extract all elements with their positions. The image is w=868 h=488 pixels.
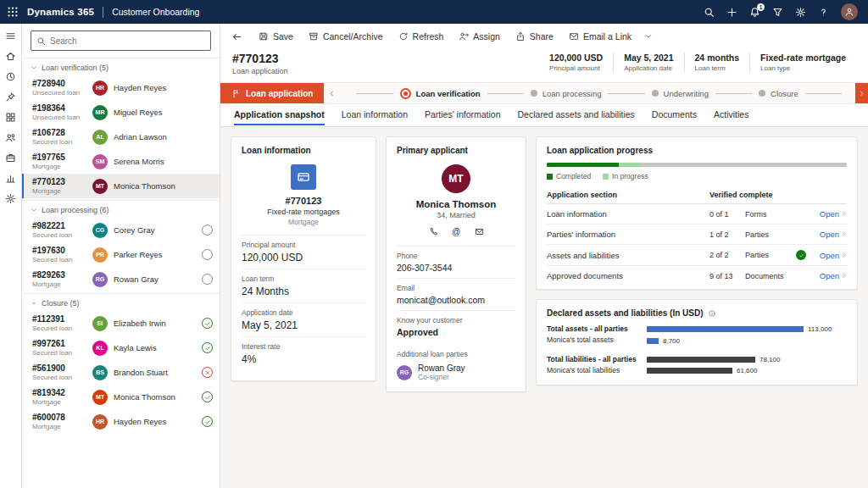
applicant-name: Elizabeth Irwin: [114, 319, 196, 328]
bpf-stage-loan-verification[interactable]: Loan verification: [400, 88, 481, 99]
field-label: Interest rate: [242, 342, 365, 351]
co-signer-row[interactable]: RG Rowan Gray Co-signer: [397, 363, 515, 381]
loan-type: Unsecured loan: [32, 114, 86, 121]
commandbar-overflow-button[interactable]: [639, 25, 658, 47]
tab-declared-assets-and-liabilities[interactable]: Declared assets and liabilities: [511, 105, 642, 125]
call-button[interactable]: [427, 225, 439, 237]
loan-record-id: #770123: [242, 196, 365, 206]
loan-list-item-106728[interactable]: #106728Secured loanALAdrian Lawson: [22, 125, 220, 149]
loan-list-item-819342[interactable]: #819342MortgageMTMonica Thomson: [22, 385, 220, 409]
rail-item-contacts[interactable]: [5, 132, 16, 143]
rail-item-recent[interactable]: [5, 71, 16, 82]
account-avatar[interactable]: [841, 3, 858, 20]
rail-item-reports[interactable]: [5, 173, 16, 184]
rail-item-home[interactable]: [5, 51, 16, 62]
email-button[interactable]: [473, 225, 485, 237]
bpf-next-stage-button[interactable]: [855, 83, 868, 103]
bpf-stage-label: Loan verification: [416, 89, 481, 98]
applicant-name: Hayden Reyes: [114, 83, 213, 92]
save-button[interactable]: Save: [251, 25, 301, 47]
open-link-label: Open: [820, 209, 839, 219]
refresh-button[interactable]: Refresh: [391, 25, 452, 47]
share-button[interactable]: Share: [508, 25, 561, 47]
avatar: SM: [92, 154, 108, 169]
loan-id-block: #198364Unsecured loan: [32, 103, 86, 121]
loan-list-item-600078[interactable]: #600078MortgageHRHayden Reyes: [22, 409, 220, 434]
status-approved-icon: [202, 391, 213, 402]
quick-create-button[interactable]: [726, 7, 737, 18]
loan-id-block: #112391Secured loan: [32, 314, 86, 332]
app-body: Loan verification (5)#728940Unsecured lo…: [0, 24, 868, 488]
applicant-name: Adrian Lawson: [114, 132, 213, 141]
field-label: Phone: [397, 252, 515, 260]
notifications-button[interactable]: 1: [749, 7, 760, 18]
search-button[interactable]: [704, 7, 715, 18]
help-button[interactable]: [818, 7, 829, 18]
info-icon: [708, 309, 716, 318]
chart-value-label: 8,700: [663, 337, 680, 345]
command-items: SaveCancel/ArchiveRefreshAssignShareEmai…: [251, 25, 639, 47]
open-link[interactable]: Open: [811, 209, 847, 219]
tab-activities[interactable]: Activities: [707, 105, 755, 125]
rail-item-applications[interactable]: [5, 152, 16, 164]
mention-button[interactable]: @: [450, 225, 462, 237]
open-link[interactable]: Open: [811, 230, 847, 239]
waffle-menu-button[interactable]: [7, 6, 19, 18]
filter-button[interactable]: [772, 7, 783, 18]
chevron-left-icon: [328, 90, 336, 97]
right-column: Loan application progress Completed In p…: [536, 136, 858, 385]
tab-documents[interactable]: Documents: [645, 105, 704, 125]
loan-list-item-198364[interactable]: #198364Unsecured loanMRMiguel Reyes: [22, 100, 220, 125]
loan-list-item-561900[interactable]: #561900Secured loanBSBrandon Stuart: [22, 360, 220, 385]
rail-item-menu[interactable]: [5, 30, 16, 42]
bpf-collapse-button[interactable]: [324, 83, 339, 103]
bpf-stage-dot: [759, 90, 765, 97]
loan-list-item-728940[interactable]: #728940Unsecured loanHRHayden Reyes: [22, 75, 220, 100]
app-title[interactable]: Dynamics 365: [27, 7, 94, 17]
tab-application-snapshot[interactable]: Application snapshot: [227, 105, 331, 125]
loan-id: #997261: [32, 339, 86, 349]
loan-id-block: #829263Mortgage: [32, 270, 86, 288]
tab-loan-information[interactable]: Loan information: [335, 105, 415, 125]
loan-list-item-982221[interactable]: #982221Secured loanCGCorey Gray: [22, 218, 220, 242]
clock-icon: [5, 71, 16, 82]
assign-button[interactable]: Assign: [451, 25, 508, 47]
command-label: Cancel/Archive: [323, 31, 383, 42]
bpf-current-stage-label: Loan application: [246, 89, 313, 98]
loan-list-item-112391[interactable]: #112391Secured loanEIElizabeth Irwin: [22, 311, 220, 336]
header-field-value: 24 months: [695, 53, 740, 63]
open-link[interactable]: Open: [811, 251, 847, 260]
rail-item-settings[interactable]: [5, 193, 16, 204]
loan-list-item-770123[interactable]: #770123MortgageMTMonica Thomson: [22, 174, 220, 198]
email-button[interactable]: Email a Link: [561, 25, 639, 47]
avatar: MT: [92, 390, 108, 405]
rail-item-dashboard[interactable]: [5, 112, 16, 123]
open-link-label: Open: [820, 230, 839, 239]
sidebar-group-closure-5[interactable]: Closure (5): [22, 293, 220, 311]
bpf-stage-closure[interactable]: Closure: [759, 89, 798, 98]
rail-item-pinned[interactable]: [5, 92, 16, 103]
archive-button[interactable]: Cancel/Archive: [301, 25, 391, 47]
settings-button[interactable]: [795, 7, 806, 18]
sidebar-group-loan-verification-5[interactable]: Loan verification (5): [22, 58, 220, 75]
save-icon: [259, 31, 269, 42]
bpf-stages: Loan verificationLoan processingUnderwri…: [339, 83, 855, 103]
bpf-stage-underwriting[interactable]: Underwriting: [652, 89, 709, 98]
loan-list-item-197765[interactable]: #197765MortgageSMSerena Morris: [22, 149, 220, 174]
back-button[interactable]: [225, 25, 248, 47]
card-title: Loan application progress: [547, 146, 847, 155]
loan-list-item-197630[interactable]: #197630Secured loanPRParker Reyes: [22, 242, 220, 267]
loan-list-item-829263[interactable]: #829263MortgageRGRowan Gray: [22, 267, 220, 291]
applicant-field-phone: Phone206-307-3544: [397, 247, 515, 279]
search-input[interactable]: [50, 36, 205, 46]
check-icon: [204, 419, 211, 425]
sidebar-group-loan-processing-6[interactable]: Loan processing (6): [22, 200, 220, 218]
info-button[interactable]: [708, 309, 716, 318]
back-arrow-icon: [231, 31, 242, 42]
open-link[interactable]: Open: [811, 271, 847, 280]
tab-parties-information[interactable]: Parties' information: [418, 105, 508, 125]
header-field-label: Loan type: [760, 64, 846, 72]
loan-list-item-997261[interactable]: #997261Secured loanKLKayla Lewis: [22, 336, 220, 360]
bpf-current-stage[interactable]: Loan application: [220, 83, 324, 103]
bpf-stage-loan-processing[interactable]: Loan processing: [531, 89, 602, 98]
